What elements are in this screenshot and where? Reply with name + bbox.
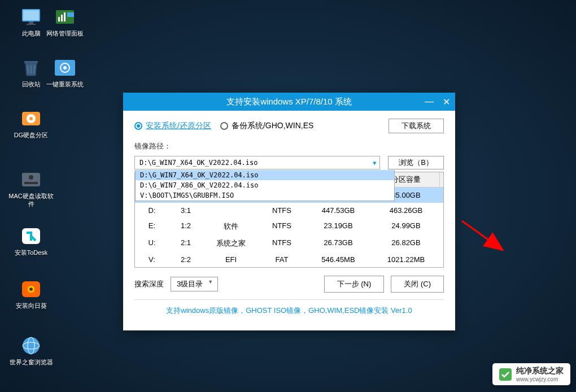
window-title: 支持安装windows XP/7/8/10 系统 xyxy=(226,97,352,107)
svg-rect-6 xyxy=(61,15,63,21)
svg-rect-8 xyxy=(67,12,74,17)
watermark: 纯净系统之家 www.ycwjzy.com xyxy=(492,363,570,385)
radio-icon xyxy=(220,122,228,130)
sunflower-icon xyxy=(19,279,43,299)
network-icon xyxy=(53,7,77,27)
desktop-icon-dg-partition[interactable]: DG硬盘分区 xyxy=(8,108,54,139)
svg-rect-5 xyxy=(58,17,60,21)
dropdown-item[interactable]: D:\G_WIN7_X86_OK_V2022.04.iso xyxy=(136,180,394,190)
svg-rect-2 xyxy=(29,21,33,24)
close-action-button[interactable]: 关闭 (C) xyxy=(391,276,444,293)
close-button[interactable]: ✕ xyxy=(442,97,451,107)
path-input[interactable]: D:\G_WIN7_X64_OK_V2022.04.iso ▼ D:\G_WIN… xyxy=(134,156,380,169)
svg-point-23 xyxy=(23,337,40,354)
svg-rect-9 xyxy=(24,61,38,63)
desktop-icon-reinstall[interactable]: 一键重装系统 xyxy=(42,58,88,88)
depth-label: 搜索深度 xyxy=(134,279,164,289)
radio-icon xyxy=(134,122,142,130)
path-label: 镜像路径： xyxy=(134,141,444,151)
svg-point-22 xyxy=(29,288,33,291)
svg-rect-3 xyxy=(27,24,36,25)
svg-rect-1 xyxy=(23,10,39,20)
browse-button[interactable]: 浏览（B） xyxy=(388,156,444,169)
desktop-icon-todesk[interactable]: 安装ToDesk xyxy=(8,226,54,256)
globe-icon xyxy=(19,336,43,356)
mode-radio-group: 安装系统/还原分区 备份系统/GHO,WIN,ES 下载系统 xyxy=(134,119,444,133)
table-row[interactable]: V:2:2EFIFAT546.45MB1021.22MB xyxy=(135,252,443,267)
next-button[interactable]: 下一步 (N) xyxy=(324,276,385,293)
footer-text: 支持windows原版镜像，GHOST ISO镜像，GHO,WIM,ESD镜像安… xyxy=(134,299,444,323)
table-row[interactable]: D:3:1NTFS447.53GB463.26GB xyxy=(135,203,443,218)
desktop-icon-sunflower[interactable]: 安装向日葵 xyxy=(8,279,54,310)
desktop-icon-browser[interactable]: 世界之窗浏览器 xyxy=(8,336,54,366)
todesk-icon xyxy=(19,226,43,246)
dropdown-item[interactable]: V:\BOOT\IMGS\GRUBFM.ISO xyxy=(136,190,394,201)
svg-rect-18 xyxy=(24,182,38,184)
svg-point-15 xyxy=(29,117,33,120)
minimize-button[interactable]: — xyxy=(425,97,434,107)
desktop-icon-mac-disk[interactable]: MAC硬盘读取软件 xyxy=(8,169,54,208)
desktop-icon-network-panel[interactable]: 网络管理面板 xyxy=(42,7,88,37)
disk-icon xyxy=(19,108,43,129)
path-dropdown: D:\G_WIN7_X64_OK_V2022.04.iso D:\G_WIN7_… xyxy=(135,170,395,201)
title-bar[interactable]: 支持安装windows XP/7/8/10 系统 — ✕ xyxy=(123,93,455,111)
svg-point-17 xyxy=(29,175,33,180)
monitor-icon xyxy=(19,7,43,27)
installer-window: 支持安装windows XP/7/8/10 系统 — ✕ 安装系统/还原分区 备… xyxy=(123,93,455,330)
mac-disk-icon xyxy=(19,169,43,190)
depth-select[interactable]: 3级目录 xyxy=(171,277,218,291)
table-row[interactable]: E:1:2软件NTFS23.19GB24.99GB xyxy=(135,218,443,235)
dropdown-item[interactable]: D:\G_WIN7_X64_OK_V2022.04.iso xyxy=(136,170,394,180)
trash-icon xyxy=(19,58,43,78)
table-row[interactable]: U:2:1系统之家NTFS26.73GB26.82GB xyxy=(135,235,443,252)
dropdown-arrow-icon[interactable]: ▼ xyxy=(373,160,376,166)
svg-point-12 xyxy=(63,66,67,69)
radio-backup[interactable]: 备份系统/GHO,WIN,ES xyxy=(220,121,313,131)
watermark-icon xyxy=(499,368,512,381)
svg-rect-7 xyxy=(64,12,66,21)
radio-install[interactable]: 安装系统/还原分区 xyxy=(134,121,211,131)
gear-icon xyxy=(53,58,77,78)
download-button[interactable]: 下载系统 xyxy=(389,119,444,133)
